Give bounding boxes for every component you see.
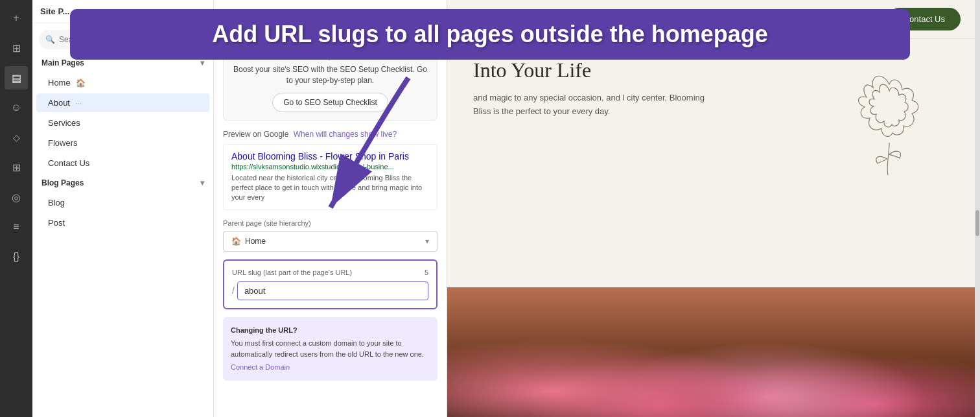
members-icon[interactable]: ☺ [5,96,28,119]
home-icon: 🏠 [76,78,86,88]
slug-slash: / [232,285,235,296]
center-panel: Page info Permissions SEO basics Advance… [214,0,447,417]
parent-page-dropdown[interactable]: 🏠 Home ▾ [223,231,438,252]
warning-box: Changing the URL? You must first connect… [223,317,438,381]
add-icon[interactable]: + [5,6,28,30]
scrollbar-thumb[interactable] [975,210,979,236]
slug-label-text: URL slug (last part of the page's URL) [232,268,352,276]
services-page-label: Services [48,118,80,128]
warning-description: You must first connect a custom domain t… [231,338,430,359]
blog-page-label: Blog [48,198,65,208]
flower-overlay [447,287,980,417]
preview-on-google-text: Preview on Google [223,130,288,139]
home-page-label: Home [48,78,71,88]
sidebar-item-flowers[interactable]: Flowers [36,134,209,152]
site-hero-title: Into Your Life [473,58,805,82]
checklist-description: Boost your site's SEO with the SEO Setup… [231,64,429,86]
sidebar-item-blog[interactable]: Blog [36,193,209,212]
design-icon[interactable]: ◇ [5,126,28,149]
google-preview: About Blooming Bliss - Flower Shop in Pa… [223,144,438,210]
sidebar: Site P... 🔍 + Main Pages ▾ Home 🏠 About … [32,0,214,417]
sidebar-item-contact[interactable]: Contact Us [36,154,209,173]
site-hero-text: Into Your Life and magic to any special … [473,58,805,175]
post-page-label: Post [48,218,65,228]
site-hero-image [824,58,954,175]
slug-label-row: URL slug (last part of the page's URL) 5 [232,268,428,276]
main-pages-label: Main Pages [41,58,84,67]
more-options-icon[interactable]: ··· [75,99,82,108]
marketing-icon[interactable]: ◎ [5,185,28,209]
search-icon: 🔍 [45,35,55,44]
gp-description: Located near the historical city center,… [231,173,429,203]
tutorial-banner: Add URL slugs to all pages outside the h… [70,9,910,60]
contact-page-label: Contact Us [48,158,89,168]
website-preview: About Services Flowers Blog Contact Us C… [447,0,980,417]
site-hero: Into Your Life and magic to any special … [447,39,980,195]
pages-icon[interactable]: ▤ [5,66,28,89]
preview-changes-link[interactable]: When will changes show live? [294,130,397,139]
slug-input[interactable] [237,281,428,300]
go-to-checklist-button[interactable]: Go to SEO Setup Checklist [272,93,388,112]
list-icon[interactable]: ≡ [5,215,28,239]
scrollbar[interactable] [975,0,980,417]
layers-icon[interactable]: ⊞ [5,36,28,60]
slug-char-count: 5 [425,268,428,276]
panel-content: SEO Setup Checklist Boost your site's SE… [214,35,447,390]
dropdown-chevron-icon: ▾ [425,237,429,246]
banner-text: Add URL slugs to all pages outside the h… [212,21,767,47]
blog-pages-collapse-icon[interactable]: ▾ [200,178,204,187]
rose-illustration [837,58,941,175]
site-bottom-image [447,287,980,417]
sidebar-item-home[interactable]: Home 🏠 [36,73,209,92]
parent-page-value: Home [245,237,266,246]
gp-url: https://slvksamsonstudio.wixstudio.io/lo… [231,163,429,171]
preview-label: Preview on Google When will changes show… [223,130,438,139]
slug-input-row: / [232,281,428,300]
home-dropdown-icon: 🏠 [231,237,241,246]
warning-title: Changing the URL? [231,325,430,336]
icon-bar: + ⊞ ▤ ☺ ◇ ⊞ ◎ ≡ {} [0,0,32,417]
sidebar-item-about[interactable]: About ··· [36,93,209,112]
slug-box: URL slug (last part of the page's URL) 5… [223,259,438,309]
main-pages-collapse-icon[interactable]: ▾ [200,58,204,67]
sidebar-item-services[interactable]: Services [36,113,209,132]
blog-pages-label: Blog Pages [41,178,84,187]
flowers-page-label: Flowers [48,138,78,148]
parent-page-label: Parent page (site hierarchy) [223,219,438,227]
code-icon[interactable]: {} [5,245,28,268]
sidebar-item-post[interactable]: Post [36,213,209,232]
data-icon[interactable]: ⊞ [5,156,28,179]
site-hero-description: and magic to any special occasion, and l… [473,91,719,119]
about-page-label: About [48,98,70,108]
connect-domain-link[interactable]: Connect a Domain [231,363,290,371]
blog-pages-header: Blog Pages ▾ [32,173,213,193]
gp-title: About Blooming Bliss - Flower Shop in Pa… [231,151,429,161]
sidebar-title: Site P... [40,6,69,16]
